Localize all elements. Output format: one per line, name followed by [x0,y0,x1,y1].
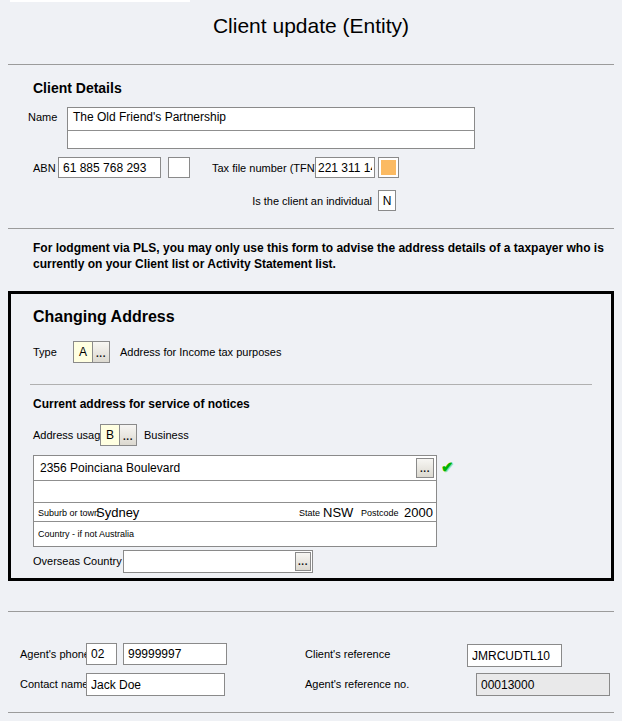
contact-name-label: Contact name [20,678,88,690]
suburb-label: Suburb or town [38,508,99,518]
abn-suffix-field[interactable] [168,157,190,178]
name-field[interactable]: The Old Friend's Partnership [67,107,475,149]
address-grid: 2356 Poinciana Boulevard ... Suburb or t… [33,455,437,547]
overseas-country-label: Overseas Country [33,555,122,567]
name-field-line2[interactable] [68,131,474,152]
current-address-heading: Current address for service of notices [33,397,250,411]
address-usage-description: Business [144,429,189,441]
abn-label: ABN [33,162,56,174]
individual-field[interactable] [378,190,396,211]
agent-reference-field[interactable] [476,673,610,696]
overseas-country-browse-button[interactable]: ... [295,552,311,571]
address-valid-check-icon: ✔ [441,458,454,476]
divider-agent [8,611,614,612]
address-type-description: Address for Income tax purposes [120,346,281,358]
postcode-value[interactable]: 2000 [404,505,433,520]
client-update-form: Client update (Entity) Client Details Na… [0,0,622,721]
suburb-state-postcode-row[interactable]: Suburb or town Sydney State NSW Postcode… [34,503,436,522]
client-details-heading: Client Details [33,80,122,96]
state-value[interactable]: NSW [323,505,353,520]
country-row[interactable]: Country - if not Australia [34,522,436,545]
street-browse-button[interactable]: ... [416,458,434,478]
address-type-label: Type [33,346,57,358]
overseas-country-field[interactable]: ... [123,550,313,573]
agent-phone-area-field[interactable] [86,643,117,665]
client-reference-field[interactable] [467,644,562,667]
street-field[interactable]: 2356 Poinciana Boulevard [40,461,180,475]
agent-phone-label: Agent's phone [20,648,90,660]
contact-name-field[interactable] [86,673,225,696]
state-label: State [299,508,320,518]
page-title: Client update (Entity) [0,14,622,38]
agent-phone-number-field[interactable] [123,643,227,665]
suburb-value[interactable]: Sydney [96,505,139,520]
address-type-code-field[interactable]: A [73,341,93,363]
pls-notice-line2: currently on your Client list or Activit… [33,257,336,271]
country-label: Country - if not Australia [38,529,134,539]
individual-label: Is the client an individual [180,195,372,207]
address-usage-code-field[interactable]: B [100,424,120,446]
window-edge-artifact [10,0,190,2]
address-type-browse-button[interactable]: ... [93,341,110,363]
divider-pls [8,228,614,229]
panel-divider [30,384,592,385]
changing-address-heading: Changing Address [33,308,175,326]
agent-reference-label: Agent's reference no. [305,678,409,690]
address-usage-browse-button[interactable]: ... [120,424,137,446]
pls-notice-line1: For lodgment via PLS, you may only use t… [33,241,604,255]
divider-top [8,64,614,65]
tfn-field[interactable] [315,157,375,178]
name-field-line1[interactable]: The Old Friend's Partnership [68,108,474,131]
abn-field[interactable] [58,157,161,178]
client-reference-label: Client's reference [305,648,390,660]
tfn-label: Tax file number (TFN) [212,162,318,174]
name-label: Name [28,111,57,123]
postcode-label: Postcode [361,508,399,518]
divider-bottom [8,712,614,713]
tfn-status-indicator [378,157,399,178]
address-usage-label: Address usage [33,429,106,441]
street-row[interactable]: 2356 Poinciana Boulevard ... [34,456,436,481]
street-row-2[interactable] [34,481,436,503]
